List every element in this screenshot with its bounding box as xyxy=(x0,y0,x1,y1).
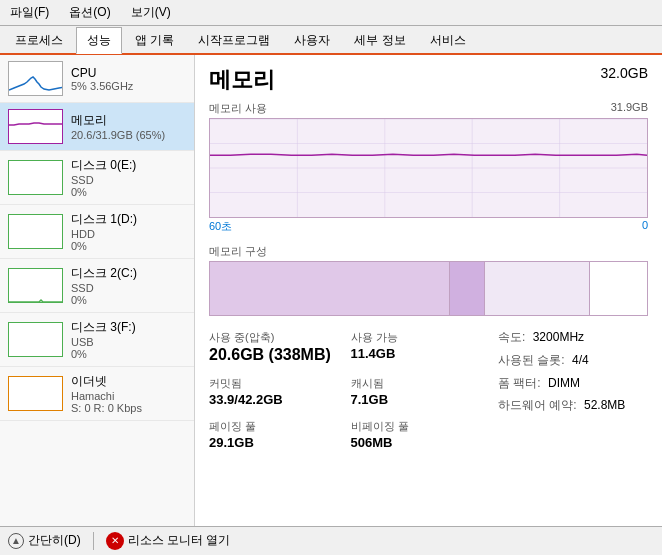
left-stats: 사용 중(압축) 20.6GB (338MB) 사용 가능 11.4GB 커밋됨… xyxy=(209,326,488,454)
form-label: 폼 팩터: xyxy=(498,376,541,390)
comp-chart-inner xyxy=(210,262,647,315)
in-use-value: 20.6GB (338MB) xyxy=(209,346,347,364)
tab-startup[interactable]: 시작프로그램 xyxy=(187,27,281,54)
form-value: DIMM xyxy=(548,376,580,390)
disk0-value: 0% xyxy=(71,186,186,198)
monitor-label: 리소스 모니터 열기 xyxy=(128,532,231,549)
bottom-divider xyxy=(93,532,94,550)
available-value: 11.4GB xyxy=(351,346,489,361)
sidebar-item-disk0[interactable]: 디스크 0(E:) SSD 0% xyxy=(0,151,194,205)
paged-value: 29.1GB xyxy=(209,435,347,450)
in-use-stat: 사용 중(압축) 20.6GB (338MB) xyxy=(209,326,347,368)
disk2-subtitle: SSD xyxy=(71,282,186,294)
simple-icon: ▲ xyxy=(8,533,24,549)
disk3-subtitle: USB xyxy=(71,336,186,348)
comp-chart-box xyxy=(209,261,648,316)
resource-monitor-button[interactable]: ✕ 리소스 모니터 열기 xyxy=(106,532,231,550)
available-stat: 사용 가능 11.4GB xyxy=(351,326,489,368)
comp-chart-label: 메모리 구성 xyxy=(209,244,267,259)
sidebar-item-memory[interactable]: 메모리 20.6/31.9GB (65%) xyxy=(0,103,194,151)
disk1-thumbnail xyxy=(8,214,63,249)
menu-bar: 파일(F) 옵션(O) 보기(V) xyxy=(0,0,662,26)
disk3-value: 0% xyxy=(71,348,186,360)
reserved-label: 하드웨어 예약: xyxy=(498,398,577,412)
panel-total: 32.0GB xyxy=(601,65,648,81)
sidebar-item-ethernet[interactable]: 이더넷 Hamachi S: 0 R: 0 Kbps xyxy=(0,367,194,421)
disk2-info: 디스크 2(C:) SSD 0% xyxy=(71,265,186,306)
usage-chart-label-row: 메모리 사용 31.9GB xyxy=(209,101,648,116)
disk2-thumbnail xyxy=(8,268,63,303)
speed-label: 속도: xyxy=(498,330,525,344)
stats-row3: 페이징 풀 29.1GB 비페이징 풀 506MB xyxy=(209,415,488,454)
menu-options[interactable]: 옵션(O) xyxy=(63,2,116,23)
sidebar: CPU 5% 3.56GHz 메모리 20.6/31.9GB (65%) xyxy=(0,55,195,526)
slots-row: 사용된 슬롯: 4/4 xyxy=(498,349,648,372)
cpu-info: CPU 5% 3.56GHz xyxy=(71,66,186,92)
available-label: 사용 가능 xyxy=(351,330,489,345)
usage-chart-label: 메모리 사용 xyxy=(209,101,267,116)
simple-mode-button[interactable]: ▲ 간단히(D) xyxy=(8,532,81,549)
menu-file[interactable]: 파일(F) xyxy=(4,2,55,23)
disk2-title: 디스크 2(C:) xyxy=(71,265,186,282)
in-use-label: 사용 중(압축) xyxy=(209,330,347,345)
tab-bar: 프로세스 성능 앱 기록 시작프로그램 사용자 세부 정보 서비스 xyxy=(0,26,662,55)
sidebar-item-cpu[interactable]: CPU 5% 3.56GHz xyxy=(0,55,194,103)
disk3-info: 디스크 3(F:) USB 0% xyxy=(71,319,186,360)
disk0-title: 디스크 0(E:) xyxy=(71,157,186,174)
memory-title: 메모리 xyxy=(71,112,186,129)
tab-users[interactable]: 사용자 xyxy=(283,27,341,54)
sidebar-item-disk2[interactable]: 디스크 2(C:) SSD 0% xyxy=(0,259,194,313)
sidebar-item-disk1[interactable]: 디스크 1(D:) HDD 0% xyxy=(0,205,194,259)
right-stats: 속도: 3200MHz 사용된 슬롯: 4/4 폼 팩터: DIMM 하드웨어 … xyxy=(498,326,648,454)
memory-info: 메모리 20.6/31.9GB (65%) xyxy=(71,112,186,141)
in-use-value-text: 20.6GB (338MB) xyxy=(209,346,331,363)
disk0-subtitle: SSD xyxy=(71,174,186,186)
slots-label: 사용된 슬롯: xyxy=(498,353,565,367)
panel-header: 메모리 32.0GB xyxy=(209,65,648,95)
comp-modified-bar xyxy=(450,262,485,315)
reserved-value: 52.8MB xyxy=(584,398,625,412)
ethernet-value: S: 0 R: 0 Kbps xyxy=(71,402,186,414)
sidebar-item-disk3[interactable]: 디스크 3(F:) USB 0% xyxy=(0,313,194,367)
disk3-title: 디스크 3(F:) xyxy=(71,319,186,336)
stats-row1: 사용 중(압축) 20.6GB (338MB) 사용 가능 11.4GB xyxy=(209,326,488,368)
cpu-title: CPU xyxy=(71,66,186,80)
svg-rect-4 xyxy=(9,269,63,303)
nonpaged-label: 비페이징 풀 xyxy=(351,419,489,434)
svg-rect-6 xyxy=(9,377,63,411)
disk0-thumbnail xyxy=(8,160,63,195)
disk3-thumbnail xyxy=(8,322,63,357)
simple-label: 간단히(D) xyxy=(28,532,81,549)
paged-stat: 페이징 풀 29.1GB xyxy=(209,415,347,454)
memory-panel: 메모리 32.0GB 메모리 사용 31.9GB xyxy=(195,55,662,526)
usage-chart-max: 31.9GB xyxy=(611,101,648,116)
chart-time-right: 0 xyxy=(642,219,648,234)
comp-chart-label-row: 메모리 구성 xyxy=(209,244,648,259)
menu-view[interactable]: 보기(V) xyxy=(125,2,177,23)
committed-stat: 커밋됨 33.9/42.2GB xyxy=(209,372,347,411)
svg-rect-5 xyxy=(9,323,63,357)
cached-value: 7.1GB xyxy=(351,392,489,407)
cached-stat: 캐시됨 7.1GB xyxy=(351,372,489,411)
tab-details[interactable]: 세부 정보 xyxy=(343,27,416,54)
cached-label: 캐시됨 xyxy=(351,376,489,391)
ethernet-subtitle: Hamachi xyxy=(71,390,186,402)
committed-value: 33.9/42.2GB xyxy=(209,392,347,407)
disk1-title: 디스크 1(D:) xyxy=(71,211,186,228)
cpu-subtitle: 5% 3.56GHz xyxy=(71,80,186,92)
committed-label: 커밋됨 xyxy=(209,376,347,391)
memory-subtitle: 20.6/31.9GB (65%) xyxy=(71,129,186,141)
disk1-value: 0% xyxy=(71,240,186,252)
resource-icon: ✕ xyxy=(106,532,124,550)
tab-process[interactable]: 프로세스 xyxy=(4,27,74,54)
svg-rect-2 xyxy=(9,161,63,195)
ethernet-info: 이더넷 Hamachi S: 0 R: 0 Kbps xyxy=(71,373,186,414)
comp-standby-bar xyxy=(485,262,590,315)
usage-chart-time: 60초 0 xyxy=(209,219,648,234)
svg-rect-1 xyxy=(9,110,63,144)
tab-app-history[interactable]: 앱 기록 xyxy=(124,27,185,54)
tab-services[interactable]: 서비스 xyxy=(419,27,477,54)
tab-performance[interactable]: 성능 xyxy=(76,27,122,54)
speed-value: 3200MHz xyxy=(533,330,584,344)
comp-free-bar xyxy=(590,262,647,315)
